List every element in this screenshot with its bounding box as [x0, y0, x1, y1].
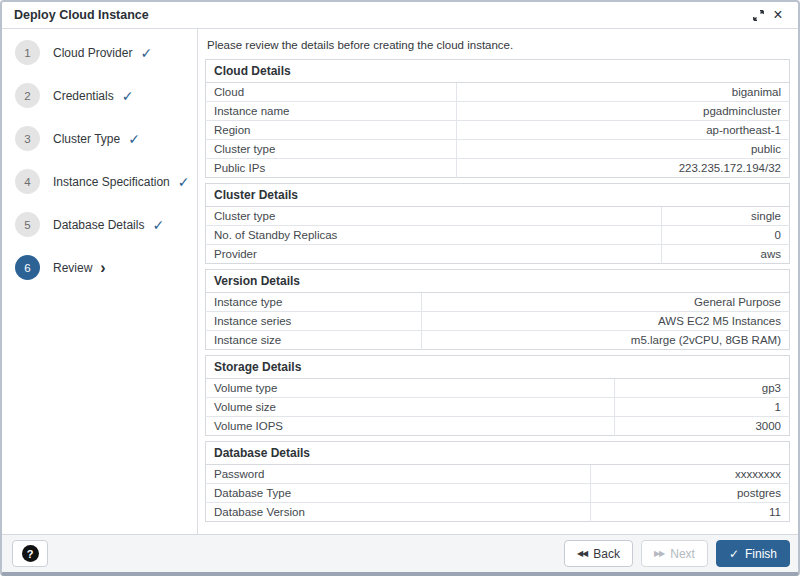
- row-label: Instance type: [206, 293, 422, 312]
- table-row: No. of Standby Replicas0: [206, 226, 790, 245]
- table-row: Instance namepgadmincluster: [206, 102, 790, 121]
- section-cloud-details: Cloud DetailsCloudbiganimalInstance name…: [205, 59, 790, 178]
- row-value: aws: [661, 245, 789, 264]
- row-value: xxxxxxxx: [591, 465, 790, 484]
- table-row: Volume size1: [206, 398, 790, 417]
- row-value: gp3: [614, 379, 789, 398]
- review-panel: Please review the details before creatin…: [198, 29, 798, 534]
- table-row: Volume typegp3: [206, 379, 790, 398]
- table-row: Regionap-northeast-1: [206, 121, 790, 140]
- details-list: Cloud DetailsCloudbiganimalInstance name…: [205, 59, 790, 522]
- dialog-body: 1Cloud Provider✓2Credentials✓3Cluster Ty…: [2, 29, 798, 534]
- table-row: Passwordxxxxxxxx: [206, 465, 790, 484]
- close-icon[interactable]: ×: [768, 5, 788, 25]
- step-label: Cluster Type: [53, 132, 120, 146]
- step-number: 4: [15, 169, 40, 194]
- check-icon: ✓: [729, 548, 739, 560]
- double-right-arrow-icon: ▶▶: [654, 550, 664, 558]
- dialog-footer: ? ◀◀ Back ▶▶ Next ✓ Finish: [2, 534, 798, 572]
- check-icon: ✓: [178, 174, 190, 190]
- check-icon: ✓: [140, 45, 152, 61]
- section-storage-details: Storage DetailsVolume typegp3Volume size…: [205, 355, 790, 436]
- row-label: Instance size: [206, 331, 422, 350]
- section-title: Database Details: [206, 442, 790, 465]
- step-label: Review: [53, 261, 92, 275]
- step-item-instance-specification[interactable]: 4Instance Specification✓: [2, 160, 197, 203]
- section-title: Version Details: [206, 270, 790, 293]
- step-number: 2: [15, 83, 40, 108]
- row-label: Instance series: [206, 312, 422, 331]
- step-number: 3: [15, 126, 40, 151]
- section-version-details: Version DetailsInstance typeGeneral Purp…: [205, 269, 790, 350]
- step-label: Database Details: [53, 218, 144, 232]
- next-button[interactable]: ▶▶ Next: [641, 540, 708, 567]
- dialog-title: Deploy Cloud Instance: [14, 8, 748, 22]
- row-value: AWS EC2 M5 Instances: [422, 312, 790, 331]
- section-title: Storage Details: [206, 356, 790, 379]
- step-item-database-details[interactable]: 5Database Details✓: [2, 203, 197, 246]
- double-left-arrow-icon: ◀◀: [577, 550, 587, 558]
- step-item-cloud-provider[interactable]: 1Cloud Provider✓: [2, 31, 197, 74]
- row-value: ap-northeast-1: [457, 121, 790, 140]
- row-value: 223.235.172.194/32: [457, 159, 790, 178]
- row-value: General Purpose: [422, 293, 790, 312]
- check-icon: ✓: [128, 131, 140, 147]
- row-label: Password: [206, 465, 591, 484]
- back-button[interactable]: ◀◀ Back: [564, 540, 633, 567]
- row-label: Database Version: [206, 503, 591, 522]
- finish-button-label: Finish: [745, 547, 777, 561]
- section-title: Cloud Details: [206, 60, 790, 83]
- row-label: No. of Standby Replicas: [206, 226, 662, 245]
- row-value: public: [457, 140, 790, 159]
- step-item-cluster-type[interactable]: 3Cluster Type✓: [2, 117, 197, 160]
- row-value: postgres: [591, 484, 790, 503]
- step-item-credentials[interactable]: 2Credentials✓: [2, 74, 197, 117]
- step-number: 1: [15, 40, 40, 65]
- review-note: Please review the details before creatin…: [207, 39, 790, 51]
- row-label: Volume type: [206, 379, 615, 398]
- row-label: Database Type: [206, 484, 591, 503]
- dialog-titlebar: Deploy Cloud Instance ×: [2, 2, 798, 29]
- row-label: Region: [206, 121, 457, 140]
- step-number: 6: [15, 255, 40, 280]
- row-value: pgadmincluster: [457, 102, 790, 121]
- step-label: Instance Specification: [53, 175, 170, 189]
- chevron-right-icon: ›: [100, 260, 105, 276]
- row-label: Cluster type: [206, 207, 662, 226]
- table-row: Database Version11: [206, 503, 790, 522]
- row-value: 11: [591, 503, 790, 522]
- row-value: 1: [614, 398, 789, 417]
- table-row: Instance sizem5.large (2vCPU, 8GB RAM): [206, 331, 790, 350]
- table-row: Cluster typepublic: [206, 140, 790, 159]
- row-value: 3000: [614, 417, 789, 436]
- row-label: Cluster type: [206, 140, 457, 159]
- table-row: Cloudbiganimal: [206, 83, 790, 102]
- maximize-icon[interactable]: [748, 5, 768, 25]
- check-icon: ✓: [122, 88, 134, 104]
- maximize-icon-glyph: [753, 10, 764, 21]
- step-label: Credentials: [53, 89, 114, 103]
- section-database-details: Database DetailsPasswordxxxxxxxxDatabase…: [205, 441, 790, 522]
- table-row: Volume IOPS3000: [206, 417, 790, 436]
- row-value: biganimal: [457, 83, 790, 102]
- row-value: m5.large (2vCPU, 8GB RAM): [422, 331, 790, 350]
- row-label: Public IPs: [206, 159, 457, 178]
- table-row: Cluster typesingle: [206, 207, 790, 226]
- row-label: Volume size: [206, 398, 615, 417]
- help-button[interactable]: ?: [12, 540, 48, 567]
- table-row: Instance seriesAWS EC2 M5 Instances: [206, 312, 790, 331]
- table-row: Public IPs223.235.172.194/32: [206, 159, 790, 178]
- finish-button[interactable]: ✓ Finish: [716, 540, 790, 567]
- back-button-label: Back: [593, 547, 620, 561]
- row-value: 0: [661, 226, 789, 245]
- table-row: Provideraws: [206, 245, 790, 264]
- step-item-review[interactable]: 6Review›: [2, 246, 197, 289]
- deploy-cloud-instance-dialog: Deploy Cloud Instance × 1Cloud Provider✓…: [0, 0, 800, 576]
- row-label: Instance name: [206, 102, 457, 121]
- step-label: Cloud Provider: [53, 46, 132, 60]
- next-button-label: Next: [670, 547, 695, 561]
- table-row: Database Typepostgres: [206, 484, 790, 503]
- row-label: Volume IOPS: [206, 417, 615, 436]
- step-number: 5: [15, 212, 40, 237]
- help-icon: ?: [22, 545, 39, 562]
